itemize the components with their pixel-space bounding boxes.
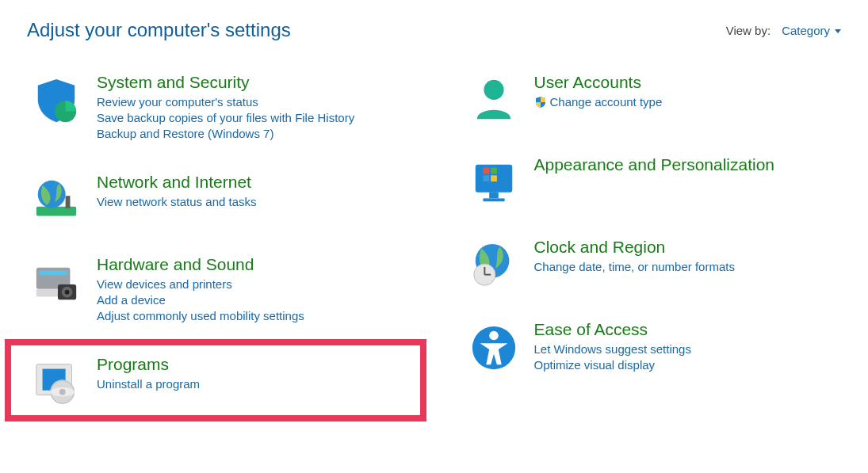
link-backup-restore[interactable]: Backup and Restore (Windows 7) bbox=[97, 127, 354, 140]
view-by-value-text: Category bbox=[782, 24, 830, 37]
svg-rect-1 bbox=[36, 207, 76, 216]
svg-rect-20 bbox=[483, 168, 489, 174]
link-text: Change account type bbox=[550, 95, 663, 109]
category-title[interactable]: Appearance and Personalization bbox=[534, 155, 775, 174]
left-column: System and Security Review your computer… bbox=[5, 57, 426, 422]
link-date-time-formats[interactable]: Change date, time, or number formats bbox=[534, 260, 735, 273]
category-programs[interactable]: Programs Uninstall a program bbox=[5, 339, 426, 422]
category-user-accounts[interactable]: User Accounts Change account type bbox=[442, 57, 864, 139]
hardware-sound-icon bbox=[32, 258, 81, 307]
category-title[interactable]: Clock and Region bbox=[534, 238, 735, 257]
clock-region-icon bbox=[469, 241, 518, 290]
view-by-value[interactable]: Category bbox=[782, 24, 841, 37]
link-network-status[interactable]: View network status and tasks bbox=[97, 195, 257, 208]
link-change-account-type[interactable]: Change account type bbox=[534, 95, 663, 109]
category-ease-of-access[interactable]: Ease of Access Let Windows suggest setti… bbox=[442, 304, 864, 388]
link-devices-printers[interactable]: View devices and printers bbox=[97, 277, 304, 291]
user-accounts-icon bbox=[469, 76, 518, 125]
category-title[interactable]: Programs bbox=[97, 355, 200, 374]
view-by-control[interactable]: View by: Category bbox=[726, 24, 841, 37]
network-internet-icon bbox=[32, 176, 81, 225]
svg-point-16 bbox=[484, 80, 503, 100]
appearance-personalization-icon bbox=[469, 158, 518, 208]
ease-of-access-icon bbox=[469, 323, 518, 372]
category-system-and-security[interactable]: System and Security Review your computer… bbox=[5, 57, 426, 157]
svg-point-29 bbox=[489, 331, 499, 341]
category-title[interactable]: User Accounts bbox=[534, 73, 663, 92]
programs-icon bbox=[32, 358, 81, 407]
chevron-down-icon bbox=[835, 29, 841, 33]
link-optimize-display[interactable]: Optimize visual display bbox=[534, 358, 691, 372]
page-title: Adjust your computer's settings bbox=[27, 19, 291, 41]
category-title[interactable]: Ease of Access bbox=[534, 320, 691, 339]
shield-security-icon bbox=[32, 76, 81, 125]
category-title[interactable]: System and Security bbox=[97, 73, 354, 92]
category-title[interactable]: Network and Internet bbox=[97, 173, 257, 192]
svg-point-9 bbox=[65, 290, 70, 295]
category-network-and-internet[interactable]: Network and Internet View network status… bbox=[5, 157, 426, 239]
link-windows-suggest[interactable]: Let Windows suggest settings bbox=[534, 342, 691, 356]
category-hardware-and-sound[interactable]: Hardware and Sound View devices and prin… bbox=[5, 239, 426, 339]
svg-rect-18 bbox=[489, 193, 499, 199]
link-review-status[interactable]: Review your computer's status bbox=[97, 95, 354, 109]
category-title[interactable]: Hardware and Sound bbox=[97, 255, 304, 274]
link-mobility-settings[interactable]: Adjust commonly used mobility settings bbox=[97, 309, 304, 322]
svg-point-15 bbox=[59, 389, 66, 395]
svg-rect-23 bbox=[491, 175, 497, 181]
view-by-label: View by: bbox=[726, 24, 770, 37]
link-uninstall-program[interactable]: Uninstall a program bbox=[97, 377, 200, 391]
svg-rect-6 bbox=[40, 271, 67, 276]
category-clock-and-region[interactable]: Clock and Region Change date, time, or n… bbox=[442, 222, 864, 304]
category-appearance-personalization[interactable]: Appearance and Personalization bbox=[442, 139, 864, 222]
svg-rect-2 bbox=[66, 196, 71, 208]
uac-shield-icon bbox=[534, 96, 547, 109]
svg-rect-21 bbox=[491, 168, 497, 174]
right-column: User Accounts Change account type bbox=[442, 57, 864, 422]
link-add-device[interactable]: Add a device bbox=[97, 293, 304, 307]
link-file-history[interactable]: Save backup copies of your files with Fi… bbox=[97, 111, 354, 124]
svg-rect-19 bbox=[483, 198, 504, 201]
svg-rect-22 bbox=[483, 175, 489, 181]
